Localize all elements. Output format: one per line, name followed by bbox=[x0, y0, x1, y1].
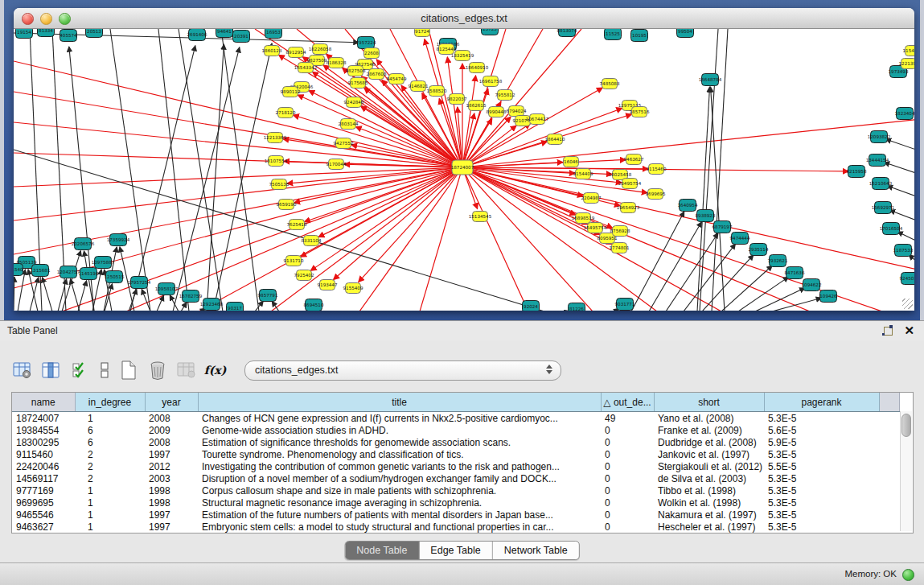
cell-name[interactable]: 9465546 bbox=[12, 509, 75, 521]
cell-name[interactable]: 18724007 bbox=[12, 412, 75, 425]
cell-in_degree[interactable]: 1 bbox=[75, 484, 145, 496]
cell-in_degree[interactable]: 6 bbox=[75, 424, 145, 436]
cell-year[interactable]: 1998 bbox=[145, 484, 198, 496]
cell-year[interactable]: 1998 bbox=[145, 496, 198, 509]
column-header-out_de[interactable]: △ out_de... bbox=[601, 393, 654, 412]
cell-pagerank[interactable]: 5.3E-5 bbox=[764, 496, 879, 509]
scrollbar-thumb[interactable] bbox=[901, 414, 911, 437]
cell-out_de[interactable]: 0 bbox=[601, 521, 654, 533]
cell-out_de[interactable]: 0 bbox=[601, 424, 654, 436]
cell-in_degree[interactable]: 1 bbox=[75, 509, 145, 521]
network-canvas[interactable]: 1915481334405574205132691406946412039116… bbox=[14, 29, 914, 311]
trash-icon[interactable] bbox=[146, 360, 168, 381]
new-document-icon[interactable] bbox=[117, 360, 139, 381]
cell-in_degree[interactable]: 2 bbox=[75, 460, 145, 472]
cell-name[interactable]: 14569117 bbox=[12, 472, 75, 484]
cell-title[interactable]: Disruption of a novel member of a sodium… bbox=[198, 472, 601, 484]
tab-edge-table[interactable]: Edge Table bbox=[419, 542, 492, 559]
cell-title[interactable]: Estimation of significance thresholds fo… bbox=[198, 436, 601, 448]
node-label: 8471636 bbox=[785, 270, 805, 275]
cell-short[interactable]: Hescheler et al. (1997) bbox=[654, 521, 764, 533]
cell-pagerank[interactable]: 5.3E-5 bbox=[764, 509, 879, 521]
column-header-pagerank[interactable]: pagerank bbox=[764, 393, 879, 412]
cell-out_de[interactable]: 0 bbox=[601, 460, 654, 472]
network-window-titlebar[interactable]: citations_edges.txt bbox=[14, 8, 914, 29]
cell-short[interactable]: Stergiakouli et al. (2012) bbox=[654, 460, 764, 472]
cell-year[interactable]: 2008 bbox=[145, 436, 198, 448]
cell-pagerank[interactable]: 5.3E-5 bbox=[764, 521, 879, 533]
cell-year[interactable]: 2012 bbox=[145, 460, 198, 472]
table-selector-dropdown[interactable]: citations_edges.txt bbox=[244, 360, 561, 381]
cell-in_degree[interactable]: 1 bbox=[75, 521, 145, 533]
node-label: 8912954 bbox=[286, 50, 306, 55]
cell-title[interactable]: Tourette syndrome. Phenomenology and cla… bbox=[198, 448, 601, 460]
cell-name[interactable]: 9115460 bbox=[12, 448, 75, 460]
tab-network-table[interactable]: Network Table bbox=[493, 542, 579, 559]
cell-name[interactable]: 9699695 bbox=[12, 496, 75, 509]
column-chooser-icon[interactable] bbox=[98, 360, 110, 381]
cell-short[interactable]: Dudbridge et al. (2008) bbox=[654, 436, 764, 448]
cell-short[interactable]: Jankovic et al. (1997) bbox=[654, 448, 764, 460]
delete-table-icon[interactable] bbox=[175, 360, 197, 381]
column-header-title[interactable]: title bbox=[198, 393, 601, 412]
column-header-name[interactable]: name bbox=[12, 393, 75, 412]
node-label: 9170044 bbox=[326, 162, 347, 167]
cell-out_de[interactable]: 0 bbox=[601, 448, 654, 460]
close-panel-icon[interactable]: ✕ bbox=[904, 324, 914, 336]
cell-name[interactable]: 19384554 bbox=[12, 424, 75, 436]
cell-out_de[interactable]: 0 bbox=[601, 484, 654, 496]
cell-in_degree[interactable]: 1 bbox=[75, 412, 145, 425]
cell-in_degree[interactable]: 6 bbox=[75, 436, 145, 448]
column-header-in_degree[interactable]: in_degree bbox=[75, 393, 145, 412]
cell-in_degree[interactable]: 2 bbox=[75, 472, 145, 484]
cell-title[interactable]: Changes of HCN gene expression and I(f) … bbox=[198, 412, 601, 425]
cell-short[interactable]: Tibbo et al. (1998) bbox=[654, 484, 764, 496]
vertical-scrollbar[interactable] bbox=[900, 411, 912, 531]
cell-short[interactable]: Wolkin et al. (1998) bbox=[654, 496, 764, 509]
cell-short[interactable]: Yano et al. (2008) bbox=[654, 412, 764, 425]
cell-out_de[interactable]: 0 bbox=[601, 472, 654, 484]
column-header-short[interactable]: short bbox=[654, 393, 764, 412]
cell-year[interactable]: 1997 bbox=[145, 509, 198, 521]
cell-pagerank[interactable]: 5.3E-5 bbox=[764, 484, 879, 496]
cell-short[interactable]: Nakamura et al. (1997) bbox=[654, 509, 764, 521]
cell-year[interactable]: 2009 bbox=[145, 424, 198, 436]
cell-name[interactable]: 9463627 bbox=[12, 521, 75, 533]
cell-year[interactable]: 2003 bbox=[145, 472, 198, 484]
cell-pagerank[interactable]: 5.3E-5 bbox=[764, 448, 879, 460]
cell-pagerank[interactable]: 5.3E-5 bbox=[764, 472, 879, 484]
cell-title[interactable]: Genome-wide association studies in ADHD. bbox=[198, 424, 601, 436]
column-header-year[interactable]: year bbox=[145, 393, 198, 412]
function-icon[interactable]: f(x) bbox=[204, 360, 226, 381]
cell-pagerank[interactable]: 5.3E-5 bbox=[764, 412, 879, 425]
cell-pagerank[interactable]: 5.6E-5 bbox=[764, 424, 879, 436]
cell-year[interactable]: 2008 bbox=[145, 412, 198, 425]
cell-pagerank[interactable]: 5.5E-5 bbox=[764, 460, 879, 472]
cell-pagerank[interactable]: 5.9E-5 bbox=[764, 436, 879, 448]
table-settings-icon[interactable] bbox=[11, 360, 33, 381]
cell-in_degree[interactable]: 1 bbox=[75, 496, 145, 509]
cell-year[interactable]: 1997 bbox=[145, 521, 198, 533]
cell-short[interactable]: Franke et al. (2009) bbox=[654, 424, 764, 436]
cell-title[interactable]: Estimation of the future numbers of pati… bbox=[198, 509, 601, 521]
cell-year[interactable]: 1997 bbox=[145, 448, 198, 460]
float-panel-icon[interactable] bbox=[882, 325, 893, 336]
cell-short[interactable]: de Silva et al. (2003) bbox=[654, 472, 764, 484]
cell-out_de[interactable]: 0 bbox=[601, 436, 654, 448]
cell-title[interactable]: Investigating the contribution of common… bbox=[198, 460, 601, 472]
tab-node-table[interactable]: Node Table bbox=[345, 542, 419, 559]
cell-name[interactable]: 9777169 bbox=[12, 484, 75, 496]
select-columns-icon[interactable] bbox=[69, 360, 91, 381]
cell-in_degree[interactable]: 2 bbox=[75, 448, 145, 460]
cell-name[interactable]: 22420046 bbox=[12, 460, 75, 472]
cell-out_de[interactable]: 49 bbox=[601, 412, 654, 425]
node-label: 17016504 bbox=[880, 226, 903, 231]
cell-title[interactable]: Structural magnetic resonance image aver… bbox=[198, 496, 601, 509]
cell-out_de[interactable]: 0 bbox=[601, 496, 654, 509]
cell-name[interactable]: 18300295 bbox=[12, 436, 75, 448]
window-resize-grip[interactable] bbox=[902, 299, 913, 309]
cell-out_de[interactable]: 0 bbox=[601, 509, 654, 521]
cell-title[interactable]: Corpus callosum shape and size in male p… bbox=[198, 484, 601, 496]
table-column-icon[interactable] bbox=[40, 360, 62, 381]
cell-title[interactable]: Embryonic stem cells: a model to study s… bbox=[198, 521, 601, 533]
